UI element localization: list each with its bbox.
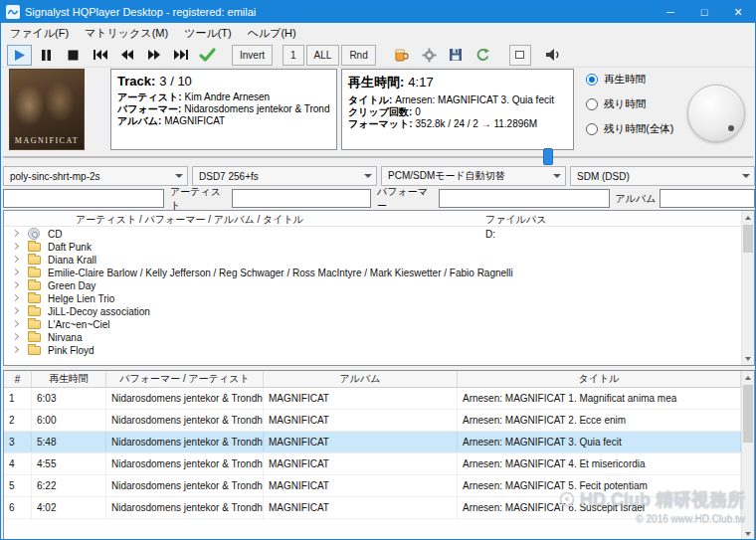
library-tree-row[interactable]: Nirvana [4,331,741,344]
pcm-sdm-mode-select[interactable]: PCM/SDMモード自動切替 [381,166,566,186]
library-item-path: D: [485,228,495,241]
time-mode-option-0[interactable]: 再生時間 [586,73,673,87]
output-device-button[interactable] [541,45,566,66]
save-button[interactable] [444,45,469,66]
library-tree-row[interactable]: Daft Punk [4,241,741,254]
toolbar: Invert 1 ALL Rnd [1,43,755,68]
repeat-one-button[interactable]: 1 [283,45,304,66]
library-tree-row[interactable]: CD D: [4,228,741,241]
titlebar[interactable]: Signalyst HQPlayer Desktop - registered:… [1,1,755,23]
scrollbar-thumb[interactable] [743,385,753,443]
playlist-row[interactable]: 3 5:48 Nidarosdomens jentekor & Trondhei… [4,432,741,453]
menu-help[interactable]: ヘルプ(H) [240,23,304,43]
library-item-label: Emilie-Claire Barlow / Kelly Jefferson /… [48,267,513,279]
expander-icon[interactable] [12,230,19,237]
playlist-body: 1 6:03 Nidarosdomens jentekor & Trondhei… [4,388,741,540]
cd-icon [28,228,40,240]
minimize-button[interactable]: ─ [654,1,687,23]
stop-button[interactable] [61,45,86,66]
repeat-all-button[interactable]: ALL [306,45,340,66]
expander-icon[interactable] [12,256,19,263]
maximize-button[interactable]: □ [687,1,721,23]
seek-handle[interactable] [543,148,553,165]
seek-track[interactable] [3,156,753,158]
menu-tools[interactable]: ツール(T) [176,23,240,43]
playlist-row[interactable]: 2 6:00 Nidarosdomens jentekor & Trondhei… [4,410,741,432]
track-duration: 6:03 [32,388,106,409]
refresh-icon [475,48,490,63]
refresh-button[interactable] [471,45,495,66]
rewind-button[interactable] [114,45,139,66]
scroll-down-button[interactable] [742,527,754,540]
expander-icon[interactable] [12,294,19,301]
output-mode-select[interactable]: SDM (DSD) [570,166,755,186]
library-tree-column-header[interactable]: アーティスト / パフォーマー / アルバム / タイトル [76,213,303,227]
album-art: MAGNIFICAT [9,69,85,150]
filter-select[interactable]: poly-sinc-shrt-mp-2s [3,166,188,186]
playlist-row[interactable]: 4 4:55 Nidarosdomens jentekor & Trondhei… [4,453,741,475]
library-tree-row[interactable]: Green Day [4,279,741,292]
expander-icon[interactable] [12,307,19,314]
playlist-row[interactable]: 6 4:02 Nidarosdomens jentekor & Trondhei… [4,497,741,519]
menu-file[interactable]: ファイル(F) [2,23,77,43]
column-header-performer[interactable]: パフォーマー / アーティスト [106,371,264,387]
previous-track-button[interactable] [88,45,112,66]
expander-icon[interactable] [12,269,19,275]
hqplayer-window: Signalyst HQPlayer Desktop - registered:… [0,0,756,540]
mug-button[interactable] [390,45,415,66]
performer-input[interactable] [439,189,610,208]
time-mode-label: 残り時間 [604,97,646,111]
arrow-down-icon [745,357,751,364]
column-header-number[interactable]: # [4,371,32,387]
pause-button[interactable] [34,45,59,66]
settings-button[interactable] [417,45,442,66]
library-tree-row[interactable]: Pink Floyd [4,344,741,357]
scroll-up-button[interactable] [742,211,754,224]
scroll-down-button[interactable] [742,352,754,365]
scrollbar-thumb[interactable] [743,225,753,253]
track-album: MAGNIFICAT [264,432,458,452]
expander-icon[interactable] [12,320,19,327]
expander-icon[interactable] [12,333,19,340]
time-mode-label: 残り時間(全体) [604,122,673,136]
shaper-select[interactable]: DSD7 256+fs [192,166,377,186]
speaker-icon [545,48,562,62]
expander-icon[interactable] [12,281,19,288]
column-header-album[interactable]: アルバム [264,371,458,387]
keyword-input[interactable] [3,189,164,208]
seek-slider[interactable] [1,148,755,166]
library-tree-row[interactable]: Helge Lien Trio [4,292,741,305]
time-mode-option-2[interactable]: 残り時間(全体) [586,122,673,136]
play-button[interactable] [7,45,32,66]
library-header[interactable]: アーティスト / パフォーマー / アルバム / タイトル ファイルパス [4,211,754,227]
track-number: 5 [4,475,32,496]
expander-icon[interactable] [12,346,19,353]
library-tree-row[interactable]: L'Arc~en~Ciel [4,318,741,331]
clip-count-label: クリップ回数: [348,106,412,117]
track-performer: Nidarosdomens jentekor & TrondheimSolist… [106,388,264,409]
close-button[interactable]: × [721,1,755,23]
time-mode-option-1[interactable]: 残り時間 [586,97,673,111]
radio-icon [586,74,598,86]
random-button[interactable]: Rnd [341,45,375,66]
library-tree-row[interactable]: Emilie-Claire Barlow / Kelly Jefferson /… [4,267,741,279]
confirm-button[interactable] [195,45,220,66]
fast-forward-button[interactable] [141,45,166,66]
scroll-up-button[interactable] [742,371,754,384]
volume-knob[interactable] [687,85,745,142]
next-track-button[interactable] [168,45,193,66]
expander-icon[interactable] [12,243,19,250]
album-input[interactable] [660,189,755,208]
compact-mode-button[interactable] [509,45,531,66]
column-header-duration[interactable]: 再生時間 [32,371,106,387]
column-header-title[interactable]: タイトル [458,371,741,387]
playlist-row[interactable]: 1 6:03 Nidarosdomens jentekor & Trondhei… [4,388,741,410]
library-tree-row[interactable]: Diana Krall [4,254,741,267]
invert-button[interactable]: Invert [232,45,273,66]
track-title: Arnesen: MAGNIFICAT 2. Ecce enim [458,410,741,431]
artist-input[interactable] [232,189,371,208]
playlist-row[interactable]: 5 6:22 Nidarosdomens jentekor & Trondhei… [4,475,741,497]
library-tree-row[interactable]: JiLL-Decoy association [4,305,741,318]
library-path-column-header[interactable]: ファイルパス [485,213,546,227]
menu-matrix[interactable]: マトリックス(M) [77,23,176,43]
